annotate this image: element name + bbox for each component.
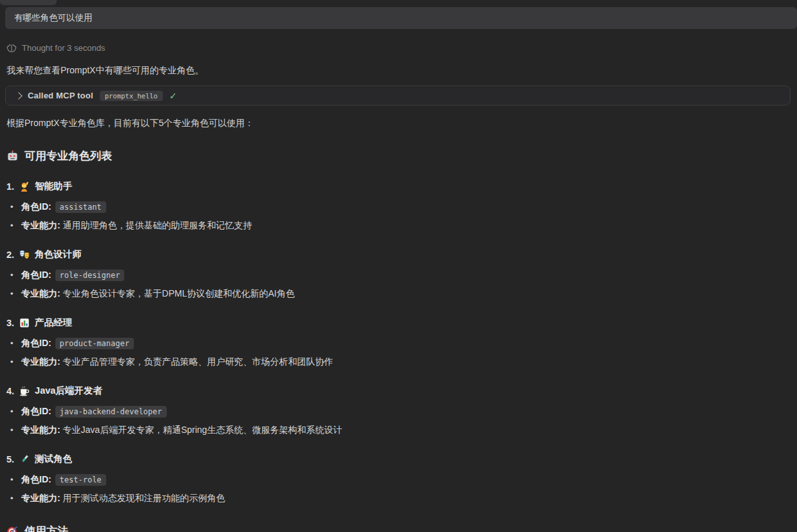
role-ability-label: 专业能力: <box>21 356 61 367</box>
target-icon <box>6 525 19 532</box>
usage-heading-text: 使用方法 <box>24 524 68 532</box>
role-id-item: 角色ID: product-manager <box>6 337 791 350</box>
role-item-assistant: 1. 智能助手 角色ID: assistant 专业能力: 通用助理角色，提供基… <box>6 180 791 232</box>
role-ability-label: 专业能力: <box>21 425 61 435</box>
role-number: 2. <box>6 250 14 260</box>
role-number: 1. <box>6 181 14 192</box>
role-id-item: 角色ID: test-role <box>6 473 791 486</box>
chat-panel: { "user_message": { "text": "有哪些角色可以使用" … <box>0 0 797 532</box>
role-id-label: 角色ID: <box>21 474 52 484</box>
brain-icon <box>6 44 17 53</box>
role-title-row: 1. 智能助手 <box>6 180 791 192</box>
robot-icon <box>6 150 19 162</box>
role-ability-text: 通用助理角色，提供基础的助理服务和记忆支持 <box>63 220 252 230</box>
thought-duration-row[interactable]: Thought for 3 seconds <box>6 43 791 53</box>
bar-chart-icon <box>19 317 30 329</box>
role-id-chip[interactable]: assistant <box>55 201 106 213</box>
role-props: 角色ID: assistant 专业能力: 通用助理角色，提供基础的助理服务和记… <box>6 201 791 232</box>
user-message-bubble[interactable]: 有哪些角色可以使用 <box>5 7 797 29</box>
role-item-role-designer: 2. 角色设计师 角色ID: role-designer 专业能力: <box>6 248 791 300</box>
role-title-row: 4. Java后端开发者 <box>6 385 791 397</box>
role-ability-item: 专业能力: 通用助理角色，提供基础的助理服务和记忆支持 <box>6 219 791 232</box>
summary-paragraph: 根据PromptX专业角色库，目前有以下5个专业角色可以使用： <box>6 116 791 129</box>
assistant-response: Thought for 3 seconds 我来帮您查看PromptX中有哪些可… <box>0 43 797 532</box>
role-ability-text: 用于测试动态发现和注册功能的示例角色 <box>63 493 225 503</box>
truncated-previous-element <box>0 0 57 5</box>
role-title-row: 3. 产品经理 <box>6 316 791 329</box>
role-number: 3. <box>6 318 14 328</box>
mcp-tool-call-row[interactable]: Called MCP tool promptx_hello ✓ <box>5 86 791 105</box>
role-item-test-role: 5. 测试角色 角色ID: test-role 专业能力: 用于测试动态发现 <box>6 453 791 504</box>
mcp-tool-label: Called MCP tool <box>28 91 93 100</box>
role-id-item: 角色ID: assistant <box>6 201 791 214</box>
role-id-label: 角色ID: <box>21 201 52 212</box>
role-ability-item: 专业能力: 用于测试动态发现和注册功能的示例角色 <box>6 492 791 504</box>
role-id-item: 角色ID: java-backend-developer <box>6 405 791 418</box>
role-ability-item: 专业能力: 专业Java后端开发专家，精通Spring生态系统、微服务架构和系统… <box>6 424 791 436</box>
role-id-label: 角色ID: <box>21 270 52 280</box>
role-ability-text: 专业产品管理专家，负责产品策略、用户研究、市场分析和团队协作 <box>63 356 333 367</box>
role-ability-text: 专业角色设计专家，基于DPML协议创建和优化新的AI角色 <box>63 288 295 298</box>
person-raising-hand-icon <box>19 181 30 192</box>
role-number: 4. <box>6 386 14 396</box>
chevron-right-icon <box>15 92 22 99</box>
intro-paragraph: 我来帮您查看PromptX中有哪些可用的专业角色。 <box>6 64 791 77</box>
role-title: 智能助手 <box>35 180 72 192</box>
role-ability-label: 专业能力: <box>21 288 61 298</box>
coffee-icon <box>19 385 30 397</box>
role-item-java-backend-developer: 4. Java后端开发者 角色ID: java-backend-develope… <box>6 385 791 436</box>
thought-duration-label: Thought for 3 seconds <box>22 43 105 53</box>
role-title: 产品经理 <box>35 316 72 329</box>
role-id-label: 角色ID: <box>21 406 52 416</box>
roles-list-heading: 可用专业角色列表 <box>6 149 791 163</box>
roles-list-heading-text: 可用专业角色列表 <box>24 149 112 163</box>
mcp-tool-name-badge: promptx_hello <box>100 91 163 101</box>
role-props: 角色ID: product-manager 专业能力: 专业产品管理专家，负责产… <box>6 337 791 368</box>
role-title: 角色设计师 <box>35 248 82 261</box>
performing-arts-masks-icon <box>19 249 30 261</box>
role-title: 测试角色 <box>35 453 72 465</box>
role-ability-item: 专业能力: 专业角色设计专家，基于DPML协议创建和优化新的AI角色 <box>6 288 791 300</box>
role-props: 角色ID: java-backend-developer 专业能力: 专业Jav… <box>6 405 791 436</box>
role-item-product-manager: 3. 产品经理 角色ID: product-manager 专业能力: 专业产品… <box>6 316 791 368</box>
role-ability-text: 专业Java后端开发专家，精通Spring生态系统、微服务架构和系统设计 <box>63 425 342 435</box>
role-id-item: 角色ID: role-designer <box>6 269 791 282</box>
role-id-chip[interactable]: product-manager <box>55 338 134 349</box>
user-message-text: 有哪些角色可以使用 <box>14 13 93 23</box>
success-check-icon: ✓ <box>169 91 177 101</box>
role-props: 角色ID: test-role 专业能力: 用于测试动态发现和注册功能的示例角色 <box>6 473 791 504</box>
role-ability-label: 专业能力: <box>21 493 61 503</box>
role-ability-label: 专业能力: <box>21 220 61 230</box>
role-id-chip[interactable]: java-backend-developer <box>55 406 167 417</box>
role-id-chip[interactable]: role-designer <box>55 270 125 281</box>
role-title-row: 5. 测试角色 <box>6 453 791 465</box>
role-props: 角色ID: role-designer 专业能力: 专业角色设计专家，基于DPM… <box>6 269 791 300</box>
role-number: 5. <box>6 454 14 464</box>
usage-heading: 使用方法 <box>6 524 791 532</box>
role-id-label: 角色ID: <box>21 338 52 348</box>
test-tube-icon <box>19 454 30 465</box>
role-ability-item: 专业能力: 专业产品管理专家，负责产品策略、用户研究、市场分析和团队协作 <box>6 356 791 368</box>
role-id-chip[interactable]: test-role <box>55 474 106 486</box>
role-title: Java后端开发者 <box>35 385 102 397</box>
role-title-row: 2. 角色设计师 <box>6 248 791 261</box>
